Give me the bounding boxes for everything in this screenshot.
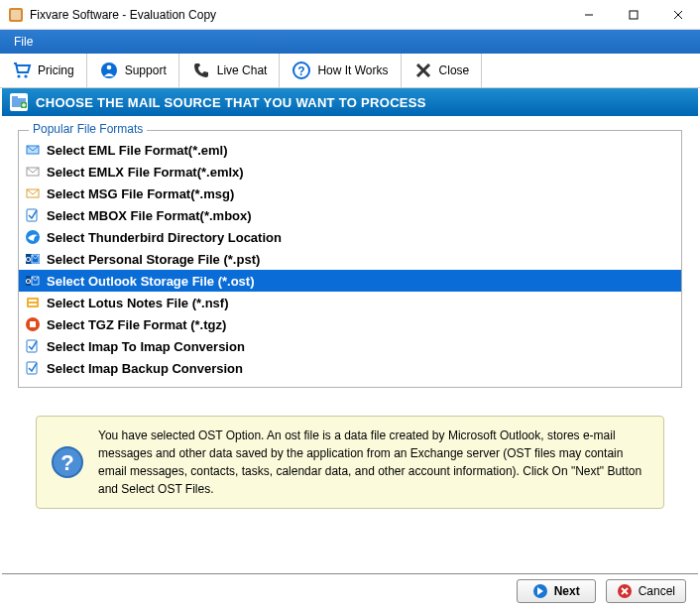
format-list: Select EML File Format(*.eml)Select EMLX…	[19, 139, 681, 379]
format-label: Select Thunderbird Directory Location	[47, 230, 282, 245]
tbird-icon	[25, 229, 41, 245]
cancel-icon	[617, 583, 633, 599]
pst-icon: O	[25, 251, 41, 267]
format-label: Select Personal Storage File (*.pst)	[47, 252, 260, 267]
formats-groupbox: Popular File Formats Select EML File For…	[18, 130, 682, 388]
format-item-nsf[interactable]: Select Lotus Notes File (*.nsf)	[19, 292, 681, 313]
tgz-icon	[25, 316, 41, 332]
svg-text:?: ?	[60, 450, 73, 475]
format-label: Select MBOX File Format(*.mbox)	[47, 208, 252, 223]
next-arrow-icon	[532, 583, 548, 599]
menu-file[interactable]: File	[4, 32, 43, 52]
svg-rect-15	[12, 96, 18, 99]
next-label: Next	[554, 584, 580, 598]
content-area: Popular File Formats Select EML File For…	[0, 116, 700, 396]
header-text: CHOOSE THE MAIL SOURCE THAT YOU WANT TO …	[36, 95, 426, 110]
info-question-icon: ?	[51, 445, 84, 479]
emlx-icon	[25, 164, 41, 180]
format-label: Select Imap Backup Conversion	[47, 361, 243, 376]
phone-icon	[191, 61, 211, 80]
svg-text:O: O	[26, 256, 32, 263]
support-label: Support	[125, 63, 167, 77]
format-item-eml[interactable]: Select EML File Format(*.eml)	[19, 139, 681, 161]
svg-point-7	[24, 74, 27, 77]
howitworks-label: How It Works	[317, 63, 388, 77]
app-icon	[8, 7, 24, 23]
folder-plus-icon	[10, 93, 28, 111]
format-item-mbox[interactable]: Select MBOX File Format(*.mbox)	[19, 204, 681, 226]
livechat-button[interactable]: Live Chat	[179, 54, 281, 87]
svg-rect-34	[30, 321, 36, 327]
minimize-button[interactable]	[566, 0, 611, 29]
format-label: Select Imap To Imap Conversion	[47, 339, 245, 354]
svg-rect-3	[630, 11, 638, 19]
svg-rect-30	[27, 298, 39, 307]
svg-rect-22	[27, 209, 37, 221]
svg-rect-36	[27, 362, 37, 374]
info-text: You have selected OST Option. An ost fil…	[98, 427, 649, 498]
format-item-imap[interactable]: Select Imap To Imap Conversion	[19, 335, 681, 357]
close-window-button[interactable]	[655, 0, 700, 29]
pricing-button[interactable]: Pricing	[0, 54, 87, 87]
svg-rect-35	[27, 340, 37, 352]
format-label: Select Outlook Storage File (*.ost)	[47, 274, 254, 289]
msg-icon	[25, 185, 41, 201]
cancel-label: Cancel	[639, 584, 675, 598]
next-button[interactable]: Next	[517, 579, 596, 603]
info-box: ? You have selected OST Option. An ost f…	[36, 416, 664, 509]
group-legend: Popular File Formats	[29, 122, 147, 136]
format-item-ost[interactable]: OSelect Outlook Storage File (*.ost)	[19, 270, 681, 292]
svg-text:O: O	[26, 278, 32, 285]
info-area: ? You have selected OST Option. An ost f…	[0, 416, 700, 509]
close-toolbar-button[interactable]: Close	[402, 54, 483, 87]
format-label: Select EMLX File Format(*.emlx)	[47, 165, 244, 180]
imap-icon	[25, 338, 41, 354]
eml-icon	[25, 142, 41, 158]
pricing-label: Pricing	[38, 63, 74, 77]
cart-icon	[12, 61, 32, 80]
maximize-button[interactable]	[611, 0, 655, 29]
mbox-icon	[25, 207, 41, 223]
support-icon	[99, 61, 119, 80]
close-icon	[413, 61, 433, 80]
window-controls	[566, 0, 700, 29]
titlebar: Fixvare Software - Evaluation Copy	[0, 0, 700, 30]
window-title: Fixvare Software - Evaluation Copy	[30, 8, 566, 22]
toolbar: Pricing Support Live Chat ? How It Works…	[0, 54, 700, 88]
livechat-label: Live Chat	[217, 63, 268, 77]
cancel-button[interactable]: Cancel	[606, 579, 686, 603]
howitworks-button[interactable]: ? How It Works	[280, 54, 401, 87]
svg-point-9	[106, 65, 111, 70]
format-item-emlx[interactable]: Select EMLX File Format(*.emlx)	[19, 161, 681, 183]
imapbk-icon	[25, 360, 41, 376]
format-item-msg[interactable]: Select MSG File Format(*.msg)	[19, 183, 681, 204]
format-label: Select Lotus Notes File (*.nsf)	[47, 296, 228, 310]
svg-rect-32	[29, 304, 37, 306]
svg-rect-1	[11, 10, 21, 20]
menubar: File	[0, 30, 700, 54]
format-item-tbird[interactable]: Select Thunderbird Directory Location	[19, 226, 681, 248]
support-button[interactable]: Support	[87, 54, 179, 87]
bottom-bar: Next Cancel	[2, 573, 698, 607]
format-label: Select MSG File Format(*.msg)	[47, 186, 234, 201]
format-label: Select TGZ File Format (*.tgz)	[47, 317, 226, 332]
svg-rect-31	[29, 300, 37, 302]
svg-text:?: ?	[298, 64, 305, 78]
close-toolbar-label: Close	[439, 63, 470, 77]
ost-icon: O	[25, 273, 41, 289]
question-icon: ?	[292, 61, 311, 80]
header-strip: CHOOSE THE MAIL SOURCE THAT YOU WANT TO …	[2, 88, 698, 116]
format-label: Select EML File Format(*.eml)	[47, 143, 228, 158]
format-item-imapbk[interactable]: Select Imap Backup Conversion	[19, 357, 681, 379]
nsf-icon	[25, 295, 41, 310]
format-item-tgz[interactable]: Select TGZ File Format (*.tgz)	[19, 313, 681, 335]
format-item-pst[interactable]: OSelect Personal Storage File (*.pst)	[19, 248, 681, 270]
svg-point-6	[17, 74, 20, 77]
